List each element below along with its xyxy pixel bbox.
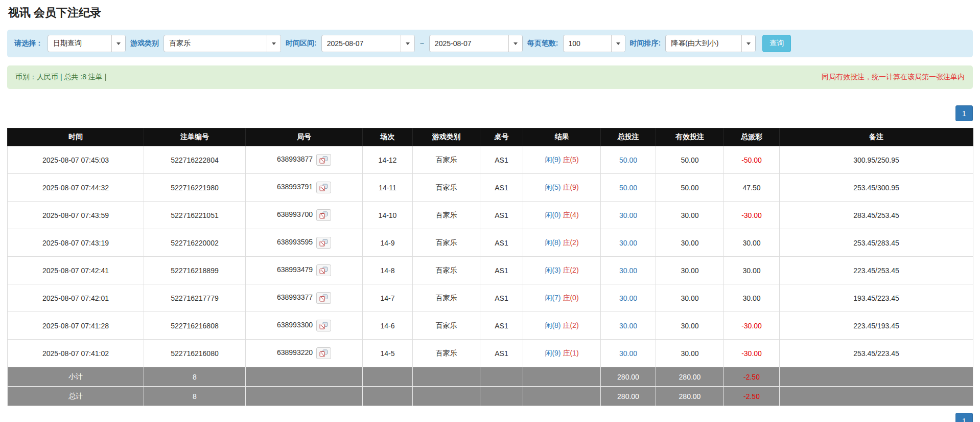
total-bet-link[interactable]: 30.00	[619, 239, 637, 247]
date-from-picker[interactable]: 2025-08-07	[321, 35, 415, 52]
game-type-cell: 百家乐	[413, 146, 480, 174]
valid-bet-cell: 30.00	[656, 284, 724, 312]
game-type-cell: 百家乐	[413, 257, 480, 284]
time-cell: 2025-08-07 07:45:03	[8, 146, 144, 174]
dice-cards-icon	[319, 211, 328, 219]
result-player: 闲(9)	[545, 349, 561, 357]
total-total-bet: 280.00	[601, 387, 656, 406]
total-bet-link[interactable]: 30.00	[619, 349, 637, 358]
sort-caret-button[interactable]	[741, 35, 755, 52]
table-row: 2025-08-07 07:42:41 522716218899 6389934…	[8, 257, 973, 284]
round-id-cell: 638993377	[246, 284, 363, 312]
note-cell: 223.45/253.45	[780, 257, 973, 284]
caret-down-icon	[272, 42, 276, 45]
header-valid-bet: 有效投注	[656, 128, 724, 146]
page-size-combobox[interactable]: 100	[563, 35, 625, 52]
round-id-value: 638993300	[277, 321, 313, 329]
round-detail-button[interactable]	[316, 237, 331, 249]
date-to-value: 2025-08-07	[430, 35, 508, 52]
round-detail-button[interactable]	[316, 209, 331, 221]
session-cell: 14-7	[363, 284, 413, 312]
header-game-type: 游戏类别	[413, 128, 480, 146]
header-note: 备注	[780, 128, 973, 146]
total-bet-link[interactable]: 30.00	[619, 294, 637, 302]
total-valid-bet: 280.00	[656, 387, 724, 406]
page-button-1[interactable]: 1	[955, 413, 973, 422]
subtotal-row: 小计 8 280.00 280.00 -2.50	[8, 367, 973, 387]
result-banker: 庄(2)	[563, 238, 578, 247]
total-bet-cell: 30.00	[601, 229, 656, 257]
header-bet-id: 注单编号	[144, 128, 246, 146]
game-type-combobox[interactable]: 百家乐	[164, 35, 281, 52]
total-bet-link[interactable]: 30.00	[619, 211, 637, 219]
round-detail-button[interactable]	[316, 292, 331, 304]
subtotal-count: 8	[144, 367, 246, 387]
time-cell: 2025-08-07 07:42:01	[8, 284, 144, 312]
session-cell: 14-11	[363, 174, 413, 202]
time-cell: 2025-08-07 07:43:59	[8, 202, 144, 229]
bet-id-cell: 522716222804	[144, 146, 246, 174]
result-cell: 闲(8) 庄(2)	[523, 312, 601, 340]
time-cell: 2025-08-07 07:41:02	[8, 340, 144, 367]
total-bet-link[interactable]: 50.00	[619, 184, 637, 192]
select-type-caret-button[interactable]	[111, 35, 125, 52]
session-cell: 14-9	[363, 229, 413, 257]
sort-value: 降幂(由大到小)	[666, 35, 741, 52]
result-player: 闲(5)	[545, 183, 561, 191]
table-no-cell: AS1	[480, 340, 523, 367]
table-no-cell: AS1	[480, 202, 523, 229]
round-id-value: 638993700	[277, 210, 313, 218]
total-bet-link[interactable]: 50.00	[619, 156, 637, 164]
bet-id-cell: 522716216080	[144, 340, 246, 367]
game-type-cell: 百家乐	[413, 312, 480, 340]
table-no-cell: AS1	[480, 229, 523, 257]
page-size-caret-button[interactable]	[611, 35, 625, 52]
table-no-cell: AS1	[480, 312, 523, 340]
date-to-picker[interactable]: 2025-08-07	[429, 35, 523, 52]
date-range-separator: ~	[419, 39, 425, 48]
round-detail-button[interactable]	[316, 182, 331, 193]
date-to-caret-button[interactable]	[508, 35, 522, 52]
total-row: 总计 8 280.00 280.00 -2.50	[8, 387, 973, 406]
note-cell: 223.45/193.45	[780, 312, 973, 340]
game-type-cell: 百家乐	[413, 229, 480, 257]
page: 视讯 会员下注纪录 请选择： 日期查询 游戏类别 百家乐 时间区间: 2025-…	[0, 0, 980, 422]
total-bet-link[interactable]: 30.00	[619, 266, 637, 275]
select-type-label: 请选择：	[14, 39, 43, 48]
table-row: 2025-08-07 07:44:32 522716221980 6389937…	[8, 174, 973, 202]
notice-text: 同局有效投注，统一计算在该局第一张注单内	[822, 73, 965, 82]
round-id-cell: 638993300	[246, 312, 363, 340]
table-row: 2025-08-07 07:41:02 522716216080 6389932…	[8, 340, 973, 367]
result-banker: 庄(2)	[563, 266, 578, 274]
bet-records-table: 时间 注单编号 局号 场次 游戏类别 桌号 结果 总投注 有效投注 总派彩 备注…	[7, 128, 973, 406]
header-session: 场次	[363, 128, 413, 146]
sort-combobox[interactable]: 降幂(由大到小)	[665, 35, 756, 52]
note-cell: 253.45/223.45	[780, 340, 973, 367]
round-detail-button[interactable]	[316, 347, 331, 359]
pagination-top: 1	[7, 105, 973, 121]
select-type-combobox[interactable]: 日期查询	[48, 35, 126, 52]
game-type-label: 游戏类别	[130, 39, 159, 48]
search-button[interactable]: 查询	[762, 35, 791, 52]
result-player: 闲(7)	[545, 294, 561, 302]
date-from-caret-button[interactable]	[401, 35, 414, 52]
round-detail-button[interactable]	[316, 154, 331, 166]
total-count: 8	[144, 387, 246, 406]
game-type-caret-button[interactable]	[267, 35, 281, 52]
table-no-cell: AS1	[480, 257, 523, 284]
table-row: 2025-08-07 07:45:03 522716222804 6389938…	[8, 146, 973, 174]
page-button-1[interactable]: 1	[955, 105, 973, 121]
bet-id-cell: 522716221980	[144, 174, 246, 202]
round-detail-button[interactable]	[316, 320, 331, 331]
session-cell: 14-5	[363, 340, 413, 367]
payout-cell: -30.00	[724, 312, 780, 340]
round-id-cell: 638993595	[246, 229, 363, 257]
dice-cards-icon	[319, 156, 328, 164]
round-detail-button[interactable]	[316, 264, 331, 276]
payout-cell: 30.00	[724, 284, 780, 312]
session-cell: 14-6	[363, 312, 413, 340]
header-table-no: 桌号	[480, 128, 523, 146]
table-header: 时间 注单编号 局号 场次 游戏类别 桌号 结果 总投注 有效投注 总派彩 备注	[8, 128, 973, 146]
total-bet-link[interactable]: 30.00	[619, 322, 637, 330]
select-type-value: 日期查询	[48, 35, 111, 52]
